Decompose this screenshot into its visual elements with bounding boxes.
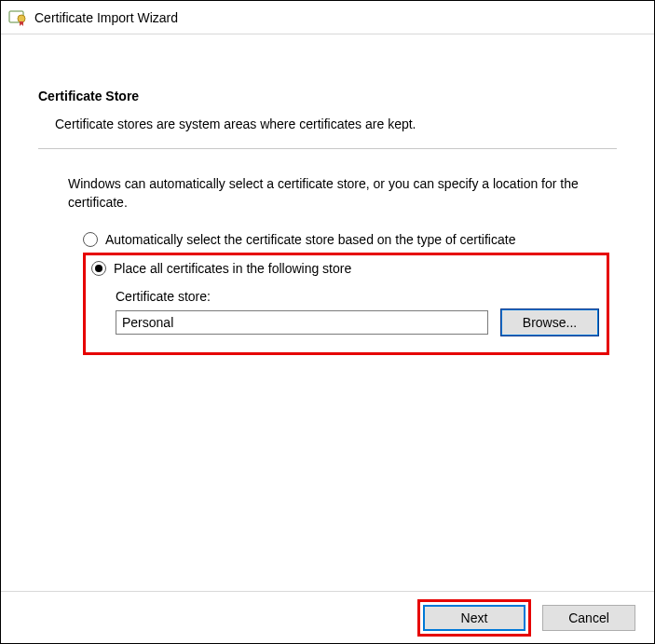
radio-icon <box>83 232 98 247</box>
body-text: Windows can automatically select a certi… <box>68 175 590 212</box>
store-label: Certificate store: <box>116 289 601 304</box>
radio-place-label: Place all certificates in the following … <box>114 261 351 276</box>
radio-place-store[interactable]: Place all certificates in the following … <box>91 261 601 276</box>
window-title: Certificate Import Wizard <box>34 10 178 25</box>
radio-icon <box>91 261 106 276</box>
browse-button[interactable]: Browse... <box>501 309 598 336</box>
next-button[interactable]: Next <box>423 605 525 631</box>
svg-point-1 <box>18 15 25 22</box>
store-section: Certificate store: Browse... <box>116 289 601 336</box>
page-heading: Certificate Store <box>38 89 617 103</box>
wizard-footer: Next Cancel <box>1 591 654 643</box>
titlebar: Certificate Import Wizard <box>1 1 654 34</box>
radio-auto-select[interactable]: Automatically select the certificate sto… <box>83 232 617 247</box>
separator <box>38 148 617 149</box>
store-row: Browse... <box>116 309 601 336</box>
certificate-store-input[interactable] <box>116 310 488 335</box>
page-subdesc: Certificate stores are system areas wher… <box>55 116 617 131</box>
cancel-button[interactable]: Cancel <box>542 605 635 631</box>
highlight-place-store: Place all certificates in the following … <box>83 253 609 355</box>
radio-auto-label: Automatically select the certificate sto… <box>105 232 515 247</box>
highlight-next: Next <box>417 599 531 637</box>
certificate-icon <box>8 8 27 27</box>
options-group: Automatically select the certificate sto… <box>83 232 617 355</box>
wizard-page: Certificate Store Certificate stores are… <box>1 34 654 355</box>
